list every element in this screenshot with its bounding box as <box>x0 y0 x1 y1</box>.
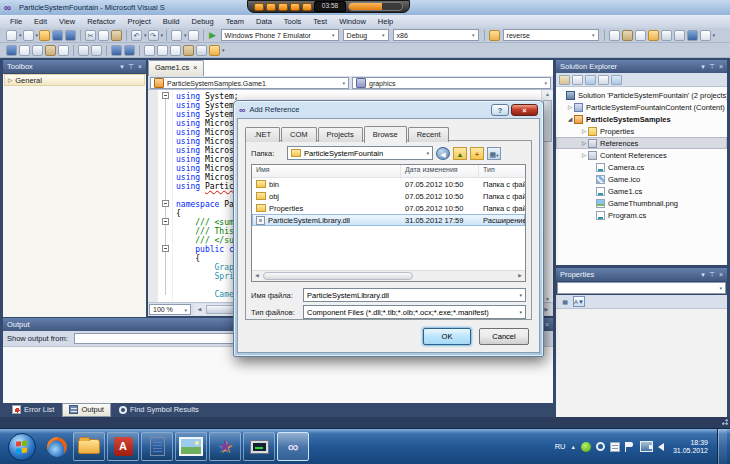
error-list-button[interactable] <box>661 30 672 41</box>
list-horizontal-scrollbar[interactable]: ◀ ▶ <box>252 270 525 281</box>
folder-combobox[interactable]: ParticleSystemFountain ▾ <box>287 146 433 160</box>
taskbar-photo-viewer-button[interactable] <box>175 432 207 461</box>
tree-item-program-cs[interactable]: Program.cs <box>556 209 727 221</box>
refresh-icon[interactable] <box>598 75 609 85</box>
taskbar-word-button[interactable] <box>141 432 173 461</box>
toolbox-button[interactable] <box>648 30 659 41</box>
tree-item-content-references[interactable]: ▷Content References <box>556 149 727 161</box>
undo-dropdown[interactable]: ▾ <box>144 32 147 38</box>
close-icon[interactable]: × <box>138 61 142 73</box>
language-indicator[interactable]: RU <box>555 442 566 451</box>
redo-dropdown[interactable]: ▾ <box>161 32 164 38</box>
categorized-icon[interactable]: ▦ <box>559 296 571 307</box>
tree-item-solution[interactable]: Solution 'ParticleSystemFountain' (2 pro… <box>556 89 727 101</box>
solution-configuration-combobox[interactable]: Debug▾ <box>343 29 389 41</box>
tab-find-symbol-results[interactable]: Find Symbol Results <box>113 403 205 417</box>
solution-explorer-header[interactable]: Solution Explorer ▾ ⊤ × <box>556 60 727 73</box>
navigate-forward-button[interactable] <box>188 30 199 41</box>
tree-item-references[interactable]: ▷References <box>556 137 727 149</box>
scrollbar-thumb[interactable] <box>263 272 413 280</box>
scroll-left-icon[interactable]: ◀ <box>194 304 205 315</box>
filetype-combobox[interactable]: Component Files (*.dll;*.tlb;*.olb;*.ocx… <box>303 305 526 319</box>
collapse-box-icon[interactable] <box>162 200 169 207</box>
dialog-help-button[interactable]: ? <box>491 104 509 116</box>
ok-button[interactable]: OK <box>423 328 471 345</box>
pin-icon[interactable]: ⊤ <box>709 61 715 73</box>
collapse-all-icon[interactable] <box>559 75 570 85</box>
taskbar-clock[interactable]: 18:39 31.05.2012 <box>669 439 712 455</box>
notes-tray-icon[interactable] <box>610 442 620 452</box>
properties-object-combobox[interactable]: ▾ <box>557 282 726 294</box>
tab-recent[interactable]: Recent <box>408 127 450 142</box>
new-item-dropdown[interactable]: ▾ <box>19 32 22 38</box>
scroll-right-icon[interactable]: ▶ <box>515 271 525 280</box>
new-folder-button[interactable]: + <box>470 147 484 160</box>
properties-header[interactable]: Properties ▾ ⊤ × <box>556 268 727 281</box>
menu-team[interactable]: Team <box>220 17 250 26</box>
bookmark-button[interactable] <box>144 45 155 56</box>
property-pages-icon[interactable] <box>587 296 599 307</box>
editor-toolbar-icon[interactable] <box>32 45 43 56</box>
solution-explorer-button[interactable] <box>609 30 620 41</box>
taskbar-visual-studio-button[interactable]: ∞ <box>277 432 309 461</box>
recorder-pause-button[interactable] <box>266 3 276 11</box>
recorder-forward-button[interactable] <box>302 3 312 11</box>
find-icon[interactable] <box>489 30 500 41</box>
toolbox-group-general[interactable]: ▷ General <box>4 74 145 86</box>
editor-toolbar-icon[interactable] <box>19 45 30 56</box>
taskbar-adobe-reader-button[interactable]: A <box>107 432 139 461</box>
tab-output[interactable]: Output <box>62 403 111 417</box>
editor-toolbar-icon[interactable] <box>58 45 69 56</box>
menu-edit[interactable]: Edit <box>28 17 53 26</box>
immediate-window-button[interactable] <box>674 30 685 41</box>
menu-project[interactable]: Project <box>122 17 157 26</box>
tree-item-properties[interactable]: ▷Properties <box>556 125 727 137</box>
window-position-icon[interactable]: ▾ <box>701 61 705 73</box>
file-row-obj[interactable]: obj 07.05.2012 10:50 Папка с файлам <box>252 190 525 202</box>
column-type[interactable]: Тип <box>479 165 525 177</box>
add-item-button[interactable] <box>23 30 34 41</box>
taskbar-explorer-button[interactable] <box>73 432 105 461</box>
new-item-button[interactable] <box>6 30 17 41</box>
comment-button[interactable] <box>111 45 122 56</box>
scroll-up-icon[interactable]: ▲ <box>542 91 553 97</box>
members-combobox[interactable]: graphics ▾ <box>352 77 551 89</box>
menu-refactor[interactable]: Refactor <box>81 17 121 26</box>
start-button[interactable] <box>8 433 36 461</box>
properties-window-button[interactable] <box>622 30 633 41</box>
collapse-box-icon[interactable] <box>162 92 169 99</box>
menu-tools[interactable]: Tools <box>278 17 308 26</box>
bookmark-prev-button[interactable] <box>157 45 168 56</box>
object-browser-button[interactable] <box>635 30 646 41</box>
command-window-button[interactable] <box>687 30 698 41</box>
tree-item-camera-cs[interactable]: Camera.cs <box>556 161 727 173</box>
volume-icon[interactable] <box>658 443 664 451</box>
tree-item-content-project[interactable]: ▷ParticleSystemFountainContent (Content) <box>556 101 727 113</box>
copy-button[interactable] <box>98 30 109 41</box>
window-position-icon[interactable]: ▾ <box>701 269 705 281</box>
paste-button[interactable] <box>111 30 122 41</box>
increase-indent-icon[interactable] <box>91 45 102 56</box>
types-combobox[interactable]: ParticleSystemSamples.Game1 ▾ <box>150 77 349 89</box>
window-resize-grip[interactable] <box>721 418 729 426</box>
tree-item-game1-cs[interactable]: Game1.cs <box>556 185 727 197</box>
scroll-left-icon[interactable]: ◀ <box>252 271 262 280</box>
tab-com[interactable]: COM <box>281 127 317 142</box>
save-all-button[interactable] <box>65 30 76 41</box>
toolbox-header[interactable]: Toolbox ▾ ⊤ × <box>3 60 146 73</box>
tree-item-project[interactable]: ◢ParticleSystemSamples <box>556 113 727 125</box>
bookmark-clear-button[interactable] <box>196 45 207 56</box>
open-file-button[interactable] <box>39 30 50 41</box>
show-hidden-icons-button[interactable]: ▲ <box>571 444 576 450</box>
solution-platform-combobox[interactable]: x86▾ <box>393 29 479 41</box>
tree-item-gamethumbnail-png[interactable]: GameThumbnail.png <box>556 197 727 209</box>
tab-error-list[interactable]: Error List <box>6 403 60 417</box>
extension-manager-button[interactable] <box>700 30 711 41</box>
decrease-indent-icon[interactable] <box>78 45 89 56</box>
action-center-icon[interactable] <box>625 442 635 452</box>
cut-button[interactable]: ✂ <box>85 30 96 41</box>
show-all-files-icon[interactable] <box>585 75 596 85</box>
tree-item-game-ico[interactable]: Game.ico <box>556 173 727 185</box>
recorder-record-button[interactable] <box>254 3 264 11</box>
recorder-rewind-button[interactable] <box>290 3 300 11</box>
